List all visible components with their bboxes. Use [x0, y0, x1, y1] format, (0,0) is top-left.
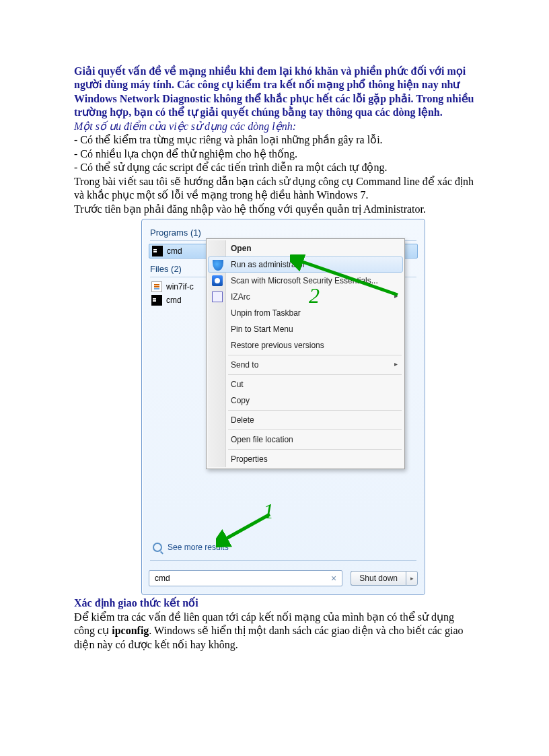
security-icon	[212, 275, 223, 286]
menu-send-to[interactable]: Send to	[208, 357, 403, 373]
divider	[150, 560, 416, 561]
ipconfig-keyword: ipconfig	[112, 625, 149, 636]
shield-icon	[213, 260, 223, 271]
paragraph-3: Trước tiên bạn phải đăng nhập vào hệ thố…	[74, 203, 475, 216]
see-more-results[interactable]: See more results	[151, 541, 418, 553]
izarc-icon	[212, 291, 223, 302]
menu-open[interactable]: Open	[208, 240, 403, 256]
menu-izarc[interactable]: IZArc	[208, 289, 403, 305]
bullet-2: - Có nhiều lựa chọn để thử nghiệm cho hệ…	[74, 147, 475, 161]
context-menu: Open Run as administrator Scan with Micr…	[206, 238, 405, 469]
start-menu-screenshot: Programs (1) cmd Files (2) win7if-c cmd …	[141, 219, 425, 595]
result-label: cmd	[166, 296, 182, 305]
bullet-3: - Có thể sử dụng các script để các tiến …	[74, 161, 475, 174]
menu-properties[interactable]: Properties	[208, 451, 403, 467]
menu-separator	[228, 449, 402, 450]
menu-copy[interactable]: Copy	[208, 392, 403, 409]
paragraph-4: Để kiểm tra các vấn đề liên quan tới cáp…	[74, 611, 475, 652]
search-box[interactable]: ×	[149, 570, 342, 586]
paragraph-2: Trong bài viết sau tôi sẽ hướng dẫn bạn …	[74, 175, 475, 203]
menu-separator	[228, 355, 402, 355]
menu-cut[interactable]: Cut	[208, 376, 403, 392]
menu-unpin-taskbar[interactable]: Unpin from Taskbar	[208, 305, 403, 321]
shutdown-button[interactable]: Shut down	[351, 571, 406, 586]
advantages-subhead: Một số ưu điểm của việc sử dụng các dòng…	[74, 120, 475, 133]
menu-restore-versions[interactable]: Restore previous versions	[208, 337, 403, 353]
menu-pin-start[interactable]: Pin to Start Menu	[208, 321, 403, 337]
cmd-icon	[151, 295, 162, 306]
section-title: Xác định giao thức kết nối	[74, 596, 475, 610]
programs-group-title: Programs (1)	[150, 228, 418, 238]
menu-open-file-location[interactable]: Open file location	[208, 432, 403, 448]
search-input[interactable]	[153, 573, 327, 584]
intro-paragraph: Giải quyết vấn đề về mạng nhiều khi đem …	[74, 65, 475, 120]
menu-delete[interactable]: Delete	[208, 412, 403, 428]
menu-separator	[228, 374, 402, 375]
menu-scan-mse[interactable]: Scan with Microsoft Security Essentials.…	[208, 273, 403, 289]
result-label: win7if-c	[166, 282, 194, 291]
file-icon	[151, 281, 162, 292]
cmd-icon	[152, 246, 163, 256]
search-icon	[153, 543, 162, 552]
bullet-1: - Có thể kiểm tra từng mục riêng và phân…	[74, 133, 475, 147]
result-label: cmd	[167, 246, 182, 256]
shutdown-split-button: Shut down ▸	[351, 571, 418, 586]
menu-run-as-administrator[interactable]: Run as administrator	[208, 256, 403, 273]
menu-separator	[228, 410, 402, 411]
shutdown-options-arrow[interactable]: ▸	[406, 571, 418, 586]
clear-icon[interactable]: ×	[330, 574, 338, 583]
menu-separator	[228, 429, 402, 430]
